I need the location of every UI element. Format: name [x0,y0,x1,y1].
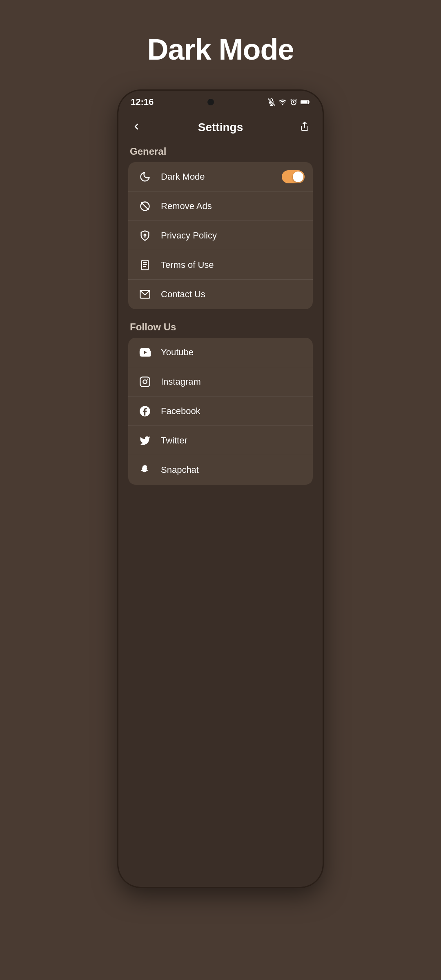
snapchat-icon [136,461,154,479]
page-title: Dark Mode [147,33,294,66]
terms-icon [136,256,154,274]
status-icons [268,98,310,106]
dark-mode-row[interactable]: Dark Mode [128,162,313,192]
nav-title: Settings [198,121,243,134]
battery-icon [301,99,310,105]
instagram-row[interactable]: Instagram [128,367,313,396]
remove-ads-label: Remove Ads [161,201,305,212]
toggle-thumb [293,172,303,182]
svg-point-19 [143,380,147,383]
phone-screen: 12:16 [118,91,323,887]
twitter-row[interactable]: Twitter [128,426,313,455]
mute-icon [268,98,275,106]
instagram-label: Instagram [161,376,305,387]
youtube-label: Youtube [161,347,305,358]
snapchat-row[interactable]: Snapchat [128,455,313,485]
svg-point-20 [147,379,148,379]
facebook-label: Facebook [161,406,305,416]
youtube-icon [136,344,154,361]
camera-dot [207,99,214,105]
instagram-icon [136,373,154,390]
facebook-row[interactable]: Facebook [128,396,313,426]
general-card: Dark Mode Remove Ads [128,162,313,309]
privacy-icon [136,227,154,244]
remove-ads-icon [136,198,154,215]
alarm-icon [290,98,297,106]
privacy-policy-label: Privacy Policy [161,230,305,241]
follow-us-card: Youtube Instagram [128,338,313,485]
contact-icon [136,286,154,303]
facebook-icon [136,403,154,420]
back-button[interactable] [128,117,145,138]
svg-rect-18 [140,377,149,386]
dark-mode-toggle[interactable] [282,170,305,183]
privacy-policy-row[interactable]: Privacy Policy [128,221,313,250]
terms-of-use-label: Terms of Use [161,260,305,270]
contact-us-row[interactable]: Contact Us [128,280,313,309]
svg-point-3 [282,104,283,105]
twitter-icon [136,432,154,449]
twitter-label: Twitter [161,435,305,446]
youtube-row[interactable]: Youtube [128,338,313,367]
phone-shell: 12:16 [118,91,323,887]
contact-us-label: Contact Us [161,289,305,300]
remove-ads-row[interactable]: Remove Ads [128,192,313,221]
dark-mode-label: Dark Mode [161,172,282,182]
snapchat-label: Snapchat [161,465,305,475]
svg-line-10 [141,203,149,210]
follow-us-section-label: Follow Us [128,321,313,333]
share-button[interactable] [296,118,313,137]
status-time: 12:16 [131,97,154,107]
general-section-label: General [128,146,313,157]
moon-icon [136,168,154,185]
terms-of-use-row[interactable]: Terms of Use [128,250,313,280]
svg-rect-6 [301,100,307,103]
status-bar: 12:16 [118,91,323,113]
settings-content: General Dark Mode [118,142,323,887]
wifi-icon [278,98,287,106]
nav-bar: Settings [118,113,323,142]
